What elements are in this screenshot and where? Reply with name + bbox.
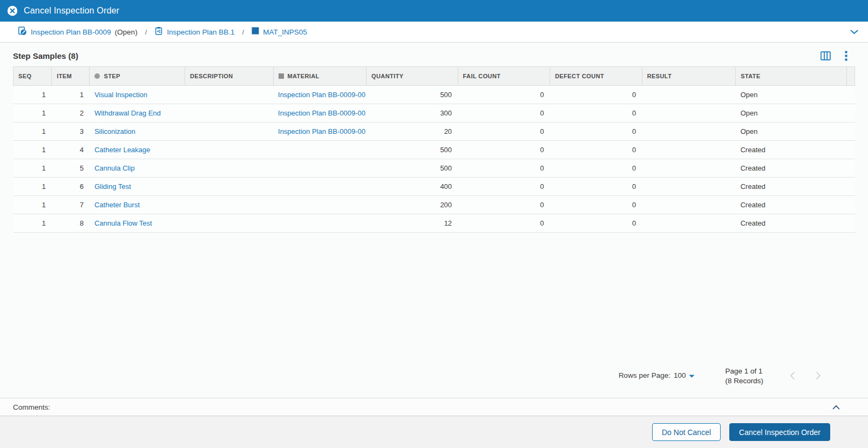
rows-per-page-dropdown[interactable]: Rows per Page:100 — [619, 371, 695, 379]
page-info: Page 1 of 1 (8 Records) — [725, 366, 763, 386]
close-circle-icon[interactable] — [7, 5, 18, 16]
breadcrumb: Inspection Plan BB-0009 (Open) / Inspect… — [0, 22, 868, 43]
cell-seq: 1 — [13, 196, 52, 214]
column-header-result[interactable]: RESULT — [642, 67, 736, 86]
step-link[interactable]: Catheter Burst — [90, 196, 185, 214]
cell-result — [642, 86, 736, 104]
cell-description — [185, 104, 274, 123]
cell-description — [185, 214, 274, 233]
table-row: 1 5 Cannula Clip 500 0 0 Created — [13, 159, 855, 178]
cell-item: 2 — [52, 104, 90, 123]
page-title: Cancel Inspection Order — [24, 6, 119, 16]
step-link[interactable]: Visual Inspection — [90, 86, 185, 104]
material-swatch-icon — [252, 27, 259, 37]
breadcrumb-separator: / — [145, 28, 147, 36]
step-link[interactable]: Catheter Leakage — [90, 141, 185, 159]
title-bar: Cancel Inspection Order — [0, 0, 868, 22]
cell-result — [642, 159, 736, 178]
table-row: 1 2 Withdrawal Drag End Inspection Plan … — [13, 104, 855, 123]
cell-result — [642, 178, 736, 196]
breadcrumb-item-material[interactable]: MAT_INPS05 — [252, 27, 307, 37]
grid-title-bar: Step Samples (8) — [13, 51, 855, 61]
cancel-inspection-order-button[interactable]: Cancel Inspection Order — [729, 423, 830, 441]
step-link[interactable]: Cannula Flow Test — [90, 214, 185, 233]
cell-seq: 1 — [13, 178, 52, 196]
column-header-state[interactable]: STATE — [736, 67, 847, 86]
kebab-menu-icon[interactable] — [845, 51, 847, 61]
material-square-icon — [279, 73, 284, 79]
cell-quantity: 12 — [367, 214, 458, 233]
cell-quantity: 500 — [367, 86, 458, 104]
breadcrumb-expand-chevron-down-icon[interactable] — [850, 30, 858, 35]
cell-description — [185, 86, 274, 104]
cell-item: 6 — [52, 178, 90, 196]
breadcrumb-link[interactable]: MAT_INPS05 — [263, 28, 307, 36]
cell-seq: 1 — [13, 159, 52, 178]
comments-label: Comments: — [13, 403, 50, 411]
column-header-seq[interactable]: SEQ — [13, 67, 52, 86]
cell-result — [642, 123, 736, 141]
cell-result — [642, 196, 736, 214]
cell-quantity: 20 — [367, 123, 458, 141]
cell-material — [273, 196, 367, 214]
cell-result — [642, 141, 736, 159]
step-link[interactable]: Siliconization — [90, 123, 185, 141]
cell-defect-count: 0 — [550, 159, 642, 178]
cell-quantity: 500 — [367, 159, 458, 178]
main-content: Step Samples (8) — [0, 43, 868, 398]
breadcrumb-separator: / — [242, 28, 245, 36]
cell-state: Open — [736, 86, 847, 104]
scrollbar-spacer — [846, 67, 855, 86]
cell-seq: 1 — [13, 86, 52, 104]
material-link[interactable]: Inspection Plan BB-0009-00 — [273, 123, 367, 141]
column-chooser-icon[interactable] — [820, 51, 831, 60]
cell-description — [185, 196, 274, 214]
cell-defect-count: 0 — [550, 214, 642, 233]
cell-quantity: 400 — [367, 178, 458, 196]
material-link[interactable]: Inspection Plan BB-0009-00 — [273, 86, 367, 104]
breadcrumb-link[interactable]: Inspection Plan BB.1 — [167, 28, 234, 36]
column-header-defect-count[interactable]: DEFECT COUNT — [550, 67, 642, 86]
column-header-description[interactable]: DESCRIPTION — [185, 67, 274, 86]
cell-defect-count: 0 — [550, 86, 642, 104]
table-row: 1 6 Gliding Test 400 0 0 Created — [13, 178, 855, 196]
breadcrumb-item-inspection-plan[interactable]: Inspection Plan BB-0009 (Open) — [18, 26, 138, 38]
breadcrumb-link[interactable]: Inspection Plan BB-0009 — [31, 28, 111, 36]
empty-grid-area — [13, 233, 855, 366]
table-row: 1 8 Cannula Flow Test 12 0 0 Created — [13, 214, 855, 233]
step-link[interactable]: Cannula Clip — [90, 159, 185, 178]
cell-seq: 1 — [13, 104, 52, 123]
cell-material — [273, 214, 367, 233]
cell-material — [273, 141, 367, 159]
step-link[interactable]: Withdrawal Drag End — [90, 104, 185, 123]
table-row: 1 3 Siliconization Inspection Plan BB-00… — [13, 123, 855, 141]
page-label: Page 1 of 1 — [725, 366, 763, 376]
cell-item: 4 — [52, 141, 90, 159]
breadcrumb-item-inspection-plan-version[interactable]: Inspection Plan BB.1 — [154, 26, 234, 38]
cell-result — [642, 104, 736, 123]
pagination-bar: Rows per Page:100 Page 1 of 1 (8 Records… — [13, 366, 855, 386]
footer-action-bar: Do Not Cancel Cancel Inspection Order — [0, 416, 868, 448]
step-samples-table: SEQ ITEM STEP DESCRIPTION MATERIAL QUANT… — [13, 66, 855, 233]
comments-section: Comments: — [0, 398, 868, 416]
cell-seq: 1 — [13, 123, 52, 141]
cell-description — [185, 178, 274, 196]
step-link[interactable]: Gliding Test — [90, 178, 185, 196]
do-not-cancel-button[interactable]: Do Not Cancel — [652, 423, 721, 441]
cell-item: 7 — [52, 196, 90, 214]
rows-per-page-value: 100 — [674, 371, 686, 379]
breadcrumb-status: (Open) — [115, 28, 138, 36]
cell-defect-count: 0 — [550, 141, 642, 159]
step-circle-icon — [94, 73, 100, 79]
column-header-material[interactable]: MATERIAL — [273, 67, 367, 86]
column-header-step[interactable]: STEP — [90, 67, 185, 86]
column-header-quantity[interactable]: QUANTITY — [367, 67, 458, 86]
table-row: 1 1 Visual Inspection Inspection Plan BB… — [13, 86, 855, 104]
cell-state: Created — [736, 214, 847, 233]
previous-page-chevron-left-icon[interactable] — [789, 371, 796, 382]
comments-collapse-chevron-up-icon[interactable] — [832, 405, 840, 410]
material-link[interactable]: Inspection Plan BB-0009-00 — [273, 104, 367, 123]
next-page-chevron-right-icon[interactable] — [815, 371, 822, 382]
column-header-item[interactable]: ITEM — [52, 67, 90, 86]
column-header-fail-count[interactable]: FAIL COUNT — [458, 67, 550, 86]
